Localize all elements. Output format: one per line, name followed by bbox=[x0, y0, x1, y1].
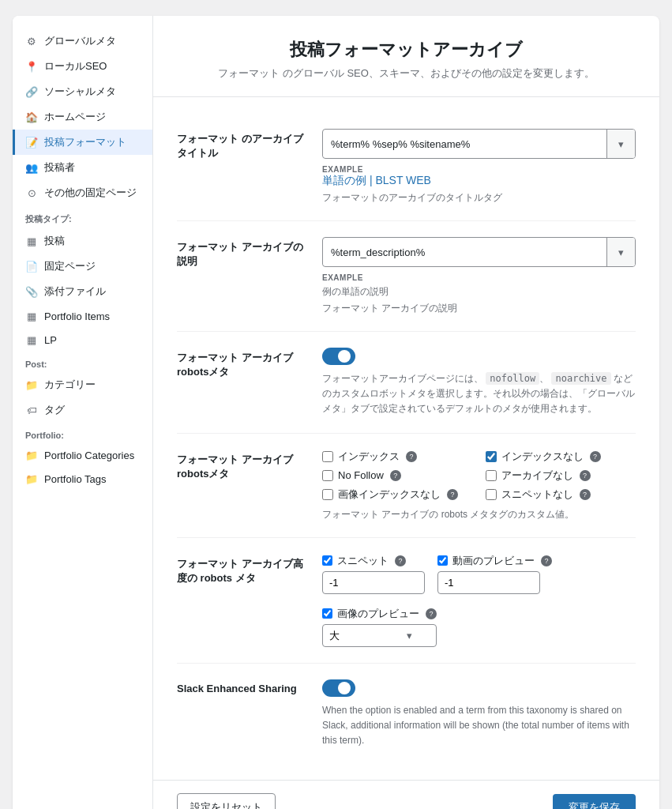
sidebar-item-fixed-pages[interactable]: 📄 固定ページ bbox=[13, 254, 152, 279]
reset-button[interactable]: 設定をリセット bbox=[177, 793, 276, 809]
sidebar-item-portfolio-tags[interactable]: 📁 Portfolio Tags bbox=[13, 467, 152, 491]
noimageindex-label[interactable]: 画像インデックスなし bbox=[338, 487, 441, 502]
checkbox-nosnippet: スニペットなし ? bbox=[486, 487, 636, 502]
save-button[interactable]: 変更を保存 bbox=[553, 794, 636, 809]
nosnippet-label[interactable]: スニペットなし bbox=[501, 487, 573, 502]
index-checkbox[interactable] bbox=[322, 451, 333, 462]
archive-desc-input[interactable] bbox=[323, 240, 606, 265]
noindex-checkbox[interactable] bbox=[486, 451, 497, 462]
archive-title-input[interactable] bbox=[323, 132, 606, 156]
image-preview-checkbox[interactable] bbox=[322, 608, 332, 619]
archive-title-control: ▾ EXAMPLE 単語の例 | BLST WEB フォーマットのアーカイブのタ… bbox=[322, 129, 636, 205]
sidebar-item-label: 添付ファイル bbox=[44, 284, 106, 299]
video-preview-help-icon[interactable]: ? bbox=[541, 555, 552, 566]
robots-meta-toggle-label: フォーマット アーカイブ robotsメタ bbox=[177, 348, 303, 417]
noimageindex-checkbox[interactable] bbox=[322, 489, 333, 500]
sidebar-item-label: グローバルメタ bbox=[44, 34, 116, 48]
sidebar-item-post-format[interactable]: 📝 投稿フォーマット bbox=[13, 130, 152, 155]
robots-meta-custom-control: インデックス ? インデックスなし ? No Follow bbox=[322, 450, 636, 521]
archive-desc-label: フォーマット アーカイブの説明 bbox=[177, 237, 303, 315]
robots-meta-toggle[interactable] bbox=[322, 348, 355, 365]
checkbox-noarchive: アーカイブなし ? bbox=[486, 468, 636, 483]
image-preview-text: 画像のプレビュー bbox=[337, 607, 419, 621]
image-preview-item: 画像のプレビュー ? 大 標準 なし ▾ bbox=[322, 607, 437, 647]
sidebar-item-label: タグ bbox=[44, 403, 65, 417]
sidebar-item-authors[interactable]: 👥 投稿者 bbox=[13, 155, 152, 180]
sidebar-item-global-meta[interactable]: ⚙ グローバルメタ bbox=[13, 28, 152, 54]
grid3-icon: ▦ bbox=[25, 333, 38, 346]
nofollow-label[interactable]: No Follow bbox=[338, 469, 384, 481]
image-preview-select-wrapper: 大 標準 なし ▾ bbox=[322, 624, 437, 647]
advanced-robots-control: スニペット ? 動画のプレビュー ? bbox=[322, 554, 636, 647]
advanced-robots-grid: スニペット ? 動画のプレビュー ? bbox=[322, 554, 636, 647]
nosnippet-help-icon[interactable]: ? bbox=[580, 489, 591, 500]
sidebar-item-local-seo[interactable]: 📍 ローカルSEO bbox=[13, 54, 152, 79]
folder-icon: 📁 bbox=[25, 378, 38, 391]
social-icon: 🔗 bbox=[25, 85, 38, 98]
sidebar-item-categories[interactable]: 📁 カテゴリー bbox=[13, 372, 152, 397]
archive-title-row: フォーマット のアーカイブタイトル ▾ EXAMPLE 単語の例 | BLST … bbox=[177, 113, 636, 221]
snippet-checkbox[interactable] bbox=[322, 555, 332, 566]
index-help-icon[interactable]: ? bbox=[406, 451, 417, 462]
example-label: EXAMPLE bbox=[322, 165, 636, 174]
video-preview-input[interactable] bbox=[437, 571, 540, 594]
post-type-section-label: 投稿タイプ: bbox=[13, 205, 152, 228]
slack-desc: When the option is enabled and a term fr… bbox=[322, 703, 636, 749]
noarchive-checkbox[interactable] bbox=[486, 470, 497, 481]
snippet-input[interactable] bbox=[322, 571, 425, 594]
robots-meta-custom-row: フォーマット アーカイブ robotsメタ インデックス ? インデックスなし bbox=[177, 434, 636, 538]
sidebar-item-lp[interactable]: ▦ LP bbox=[13, 328, 152, 352]
image-preview-help-icon[interactable]: ? bbox=[426, 608, 437, 619]
gear-icon: ⚙ bbox=[25, 35, 38, 47]
noindex-help-icon[interactable]: ? bbox=[590, 451, 601, 462]
sidebar-item-portfolio-categories[interactable]: 📁 Portfolio Categories bbox=[13, 443, 152, 467]
noarchive-help-icon[interactable]: ? bbox=[580, 470, 591, 481]
desc-example-label: EXAMPLE bbox=[322, 273, 636, 282]
sidebar-item-label: ホームページ bbox=[44, 110, 106, 124]
sidebar-item-other-pages[interactable]: ⊙ その他の固定ページ bbox=[13, 180, 152, 205]
sidebar-item-label: 投稿者 bbox=[44, 160, 75, 175]
archive-desc-dropdown-btn[interactable]: ▾ bbox=[606, 238, 635, 266]
video-preview-text: 動画のプレビュー bbox=[452, 554, 535, 568]
noindex-label[interactable]: インデックスなし bbox=[501, 450, 584, 464]
sidebar-item-attachments[interactable]: 📎 添付ファイル bbox=[13, 279, 152, 304]
noarchive-label[interactable]: アーカイブなし bbox=[501, 468, 573, 483]
sidebar-item-portfolio-items[interactable]: ▦ Portfolio Items bbox=[13, 304, 152, 328]
sidebar-item-tags[interactable]: 🏷 タグ bbox=[13, 397, 152, 423]
slack-control: When the option is enabled and a term fr… bbox=[322, 679, 636, 749]
index-label[interactable]: インデックス bbox=[338, 450, 400, 464]
footer-bar: 設定をリセット 変更を保存 bbox=[153, 780, 659, 809]
sidebar: ⚙ グローバルメタ 📍 ローカルSEO 🔗 ソーシャルメタ 🏠 ホームページ 📝… bbox=[13, 16, 153, 809]
example-link[interactable]: 単語の例 | BLST WEB bbox=[322, 174, 431, 186]
nofollow-checkbox[interactable] bbox=[322, 470, 333, 481]
sidebar-item-label: 固定ページ bbox=[44, 259, 96, 273]
robots-meta-toggle-control: フォーマットアーカイブページには、 nofollow、 noarchive など… bbox=[322, 348, 636, 417]
snippet-help-icon[interactable]: ? bbox=[395, 555, 406, 566]
sidebar-item-social-meta[interactable]: 🔗 ソーシャルメタ bbox=[13, 79, 152, 104]
sidebar-item-homepage[interactable]: 🏠 ホームページ bbox=[13, 104, 152, 130]
slack-toggle[interactable] bbox=[322, 679, 355, 697]
grid-icon: ▦ bbox=[25, 235, 38, 247]
snippet-item: スニペット ? bbox=[322, 554, 425, 594]
sidebar-item-label: ローカルSEO bbox=[44, 59, 107, 73]
image-preview-select[interactable]: 大 標準 なし bbox=[323, 625, 402, 646]
noimageindex-help-icon[interactable]: ? bbox=[447, 489, 458, 500]
video-preview-checkbox[interactable] bbox=[437, 555, 448, 566]
sidebar-item-label: カテゴリー bbox=[44, 378, 96, 392]
grid2-icon: ▦ bbox=[25, 310, 38, 322]
video-preview-item: 動画のプレビュー ? bbox=[437, 554, 552, 594]
nosnippet-checkbox[interactable] bbox=[486, 489, 497, 500]
sidebar-item-label: その他の固定ページ bbox=[44, 186, 137, 200]
nofollow-help-icon[interactable]: ? bbox=[390, 470, 401, 481]
sidebar-item-posts[interactable]: ▦ 投稿 bbox=[13, 228, 152, 254]
image-preview-label: 画像のプレビュー ? bbox=[322, 607, 437, 621]
sidebar-item-label: Portfolio Items bbox=[44, 310, 110, 322]
archive-title-dropdown-btn[interactable]: ▾ bbox=[606, 130, 635, 158]
archive-desc-row: フォーマット アーカイブの説明 ▾ EXAMPLE 例の単語の説明 フォーマット… bbox=[177, 221, 636, 332]
nofollow-code: nofollow bbox=[486, 372, 539, 385]
archive-title-input-wrapper: ▾ bbox=[322, 129, 636, 159]
advanced-robots-label: フォーマット アーカイブ高度の robots メタ bbox=[177, 554, 303, 647]
sidebar-item-label: 投稿フォーマット bbox=[44, 135, 126, 149]
post-icon: 📝 bbox=[25, 136, 38, 149]
archive-title-label: フォーマット のアーカイブタイトル bbox=[177, 129, 303, 205]
